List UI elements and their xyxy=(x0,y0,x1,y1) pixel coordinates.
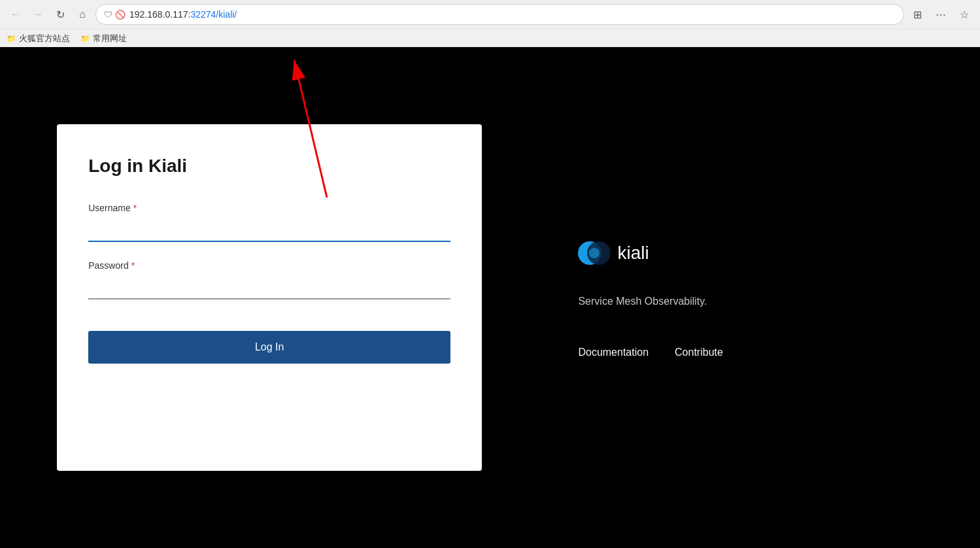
bookmark-label-1: 火狐官方站点 xyxy=(19,33,70,44)
login-area: Log in Kiali Username * Password * Log I… xyxy=(0,47,539,548)
svg-point-4 xyxy=(589,248,600,258)
bookmark-label-2: 常用网址 xyxy=(93,33,127,44)
back-button[interactable]: ← xyxy=(7,5,25,24)
address-prefix: 192.168.0.117: xyxy=(129,9,190,20)
address-text: 192.168.0.117:32274/kiali/ xyxy=(129,9,896,20)
login-card: Log in Kiali Username * Password * Log I… xyxy=(57,124,482,471)
browser-toolbar: ← → ↻ ⌂ 🛡 🚫 192.168.0.117:32274/kiali/ ⊞… xyxy=(0,0,980,29)
login-button[interactable]: Log In xyxy=(88,331,450,364)
toolbar-right: ⊞ ⋯ ☆ xyxy=(908,5,973,24)
bookmark-item-1[interactable]: 📁 火狐官方站点 xyxy=(7,33,70,44)
password-label: Password * xyxy=(88,260,450,271)
address-suffix: 32274/kiali/ xyxy=(190,9,237,20)
kiali-name: kiali xyxy=(617,243,649,264)
page-content: Log in Kiali Username * Password * Log I… xyxy=(0,47,980,548)
address-bar-icons: 🛡 🚫 xyxy=(104,10,126,20)
qr-button[interactable]: ⊞ xyxy=(908,5,926,24)
bookmarks-bar: 📁 火狐官方站点 📁 常用网址 xyxy=(0,29,980,47)
login-title: Log in Kiali xyxy=(88,156,450,177)
username-group: Username * xyxy=(88,203,450,242)
home-button[interactable]: ⌂ xyxy=(73,5,92,24)
star-button[interactable]: ☆ xyxy=(955,5,973,24)
password-input[interactable] xyxy=(88,276,450,300)
folder-icon-2: 📁 xyxy=(80,34,90,43)
lock-icon: 🚫 xyxy=(115,10,126,20)
service-mesh-tagline: Service Mesh Observability. xyxy=(578,296,707,307)
kiali-info-area: kiali Service Mesh Observability. Docume… xyxy=(539,47,980,548)
password-required: * xyxy=(131,260,135,271)
username-input[interactable] xyxy=(88,218,450,242)
folder-icon-1: 📁 xyxy=(7,34,16,43)
contribute-link[interactable]: Contribute xyxy=(675,347,723,358)
info-links: Documentation Contribute xyxy=(578,347,722,358)
menu-button[interactable]: ⋯ xyxy=(932,5,950,24)
bookmark-item-2[interactable]: 📁 常用网址 xyxy=(80,33,127,44)
username-required: * xyxy=(133,203,137,213)
kiali-logo-icon xyxy=(578,237,611,269)
forward-button[interactable]: → xyxy=(29,5,47,24)
username-label: Username * xyxy=(88,203,450,213)
password-group: Password * xyxy=(88,260,450,300)
address-bar[interactable]: 🛡 🚫 192.168.0.117:32274/kiali/ xyxy=(95,4,904,25)
browser-chrome: ← → ↻ ⌂ 🛡 🚫 192.168.0.117:32274/kiali/ ⊞… xyxy=(0,0,980,47)
reload-button[interactable]: ↻ xyxy=(51,5,69,24)
kiali-logo: kiali xyxy=(578,237,649,269)
documentation-link[interactable]: Documentation xyxy=(578,347,649,358)
shield-icon: 🛡 xyxy=(104,10,112,20)
